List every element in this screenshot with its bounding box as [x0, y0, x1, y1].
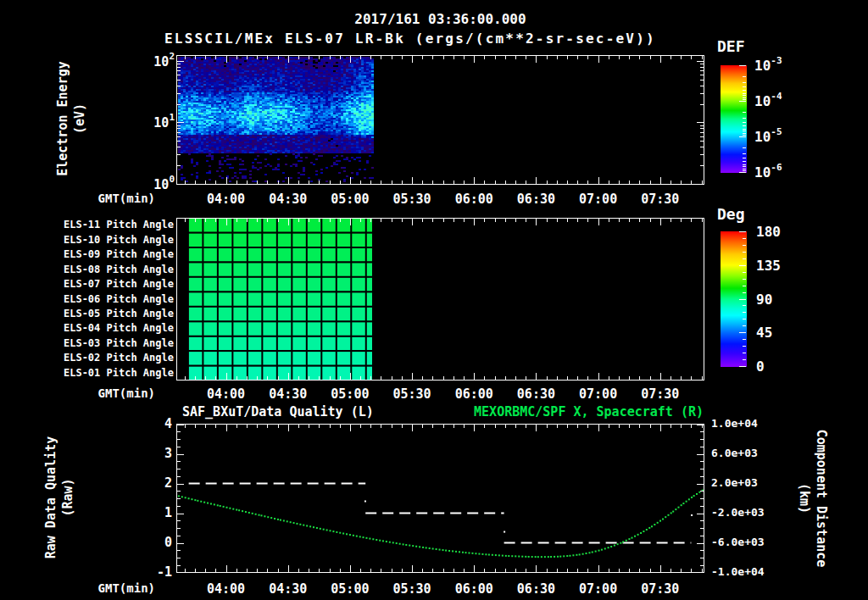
def-colorbar-title: DEF — [717, 37, 745, 55]
pitch-row-label: ELS-01 Pitch Angle — [45, 367, 174, 379]
def-colorbar-tick-label: 10-5 — [754, 128, 782, 145]
bottom-left-ytick-label: -1 — [131, 564, 172, 580]
bottom-left-y-axis-label: Raw Data Quality (Raw) — [42, 430, 80, 565]
deg-colorbar-tick-label: 45 — [756, 325, 772, 341]
xtick-label: 05:00 — [328, 581, 372, 597]
bottom-left-ytick-label: 0 — [131, 535, 172, 550]
bottom-right-ytick-label: 2.0e+03 — [711, 476, 771, 489]
xtick-label: 07:00 — [576, 386, 620, 402]
middle-x-axis-label: GMT(min) — [94, 386, 155, 400]
xtick-label: 06:00 — [452, 192, 496, 207]
pitch-row-label: ELS-03 Pitch Angle — [45, 337, 174, 349]
pitch-row-label: ELS-04 Pitch Angle — [45, 322, 174, 334]
def-colorbar-tick-label: 10-6 — [754, 164, 782, 181]
quality-distance-chart — [176, 424, 704, 573]
plot-title-instrument: ELSSCIL/MEx ELS-07 LR-Bk (ergs/(cm**2-sr… — [164, 31, 656, 47]
xtick-label: 06:30 — [514, 581, 558, 597]
bottom-right-y-axis-label-line2: (km) — [797, 483, 812, 514]
xtick-label: 06:30 — [514, 386, 558, 402]
bottom-right-y-axis-label: Component Distance (km) — [793, 418, 830, 579]
bottom-title-right: MEXORBMC/SPF X, Spacecraft (R) — [458, 404, 704, 419]
xtick-label: 07:30 — [638, 386, 682, 402]
xtick-label: 04:00 — [204, 192, 248, 207]
deg-colorbar-tick-label: 90 — [756, 292, 772, 308]
spectrogram-y-axis-label-line2: (eV) — [72, 103, 87, 134]
bottom-title-left: SAF_BXuT/Data Quality (L) — [182, 404, 374, 419]
bottom-right-y-axis-label-line1: Component Distance — [814, 430, 829, 568]
page-title-datetime: 2017/161 03:36:00.000 — [176, 11, 704, 27]
xtick-label: 07:00 — [576, 581, 620, 597]
xtick-label: 04:00 — [204, 386, 248, 402]
pitch-row-label: ELS-11 Pitch Angle — [45, 219, 174, 231]
xtick-label: 05:00 — [328, 386, 372, 402]
pitch-row-label: ELS-10 Pitch Angle — [45, 234, 174, 246]
spectrogram-y-axis-label-line1: Electron Energy — [55, 61, 70, 175]
def-colorbar-tick-label: 10-4 — [754, 92, 782, 109]
xtick-label: 04:30 — [266, 581, 310, 597]
xtick-label: 05:30 — [390, 581, 434, 597]
spectrogram-ytick-label: 101 — [134, 114, 175, 131]
xtick-label: 07:30 — [638, 192, 682, 207]
def-colorbar — [721, 65, 747, 173]
pitch-row-label: ELS-05 Pitch Angle — [45, 308, 174, 319]
pitch-row-label: ELS-08 Pitch Angle — [45, 264, 174, 275]
spectrogram-ytick-label: 100 — [134, 175, 175, 192]
pitch-row-label: ELS-09 Pitch Angle — [45, 248, 174, 260]
xtick-label: 06:30 — [514, 192, 558, 207]
def-colorbar-tick-label: 10-3 — [754, 57, 782, 74]
xtick-label: 07:00 — [576, 192, 620, 207]
xtick-label: 05:30 — [390, 192, 434, 207]
electron-energy-spectrogram — [176, 55, 704, 185]
pitch-row-label: ELS-06 Pitch Angle — [45, 293, 174, 305]
xtick-label: 05:00 — [328, 192, 372, 207]
deg-colorbar-tick-label: 135 — [756, 258, 781, 274]
bottom-left-y-axis-label-line1: Raw Data Quality — [43, 436, 58, 559]
xtick-label: 04:30 — [266, 386, 310, 402]
pitch-row-label: ELS-02 Pitch Angle — [45, 352, 174, 364]
bottom-right-ytick-label: -6.0e+03 — [711, 536, 771, 548]
bottom-right-ytick-label: -1.0e+04 — [711, 565, 771, 578]
xtick-label: 06:00 — [452, 386, 496, 402]
pitch-angle-grid — [176, 218, 704, 381]
deg-colorbar-tick-label: 0 — [756, 358, 765, 375]
deg-colorbar-title: Deg — [717, 205, 745, 223]
deg-colorbar-tick-label: 180 — [756, 224, 781, 240]
bottom-left-ytick-label: 2 — [131, 475, 172, 491]
xtick-label: 05:30 — [390, 386, 434, 402]
bottom-right-ytick-label: 1.0e+04 — [711, 417, 771, 430]
bottom-x-axis-label: GMT(min) — [94, 581, 155, 595]
xtick-label: 06:00 — [452, 581, 496, 597]
els-summary-plot-page: 2017/161 03:36:00.000 ELSSCIL/MEx ELS-07… — [0, 0, 868, 600]
bottom-right-ytick-label: 6.0e+03 — [711, 447, 771, 459]
spectrogram-y-axis-label: Electron Energy (eV) — [54, 51, 88, 186]
pitch-row-label: ELS-07 Pitch Angle — [45, 278, 174, 290]
bottom-right-ytick-label: -2.0e+03 — [711, 506, 771, 519]
top-x-axis-label: GMT(min) — [94, 192, 155, 205]
xtick-label: 04:30 — [266, 192, 310, 207]
bottom-left-y-axis-label-line2: (Raw) — [60, 478, 75, 516]
bottom-left-ytick-label: 4 — [131, 416, 172, 431]
bottom-left-ytick-label: 1 — [131, 505, 172, 520]
bottom-left-ytick-label: 3 — [131, 446, 172, 461]
deg-colorbar — [721, 231, 747, 367]
xtick-label: 07:30 — [638, 581, 682, 597]
xtick-label: 04:00 — [204, 581, 248, 597]
spectrogram-ytick-label: 102 — [134, 53, 175, 69]
